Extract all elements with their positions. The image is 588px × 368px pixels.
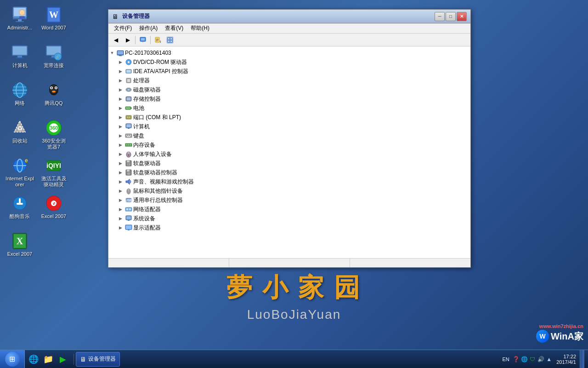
svg-rect-73 bbox=[126, 70, 131, 73]
toolbar-forward[interactable]: ▶ bbox=[122, 35, 133, 45]
tray-volume[interactable]: 🔊 bbox=[537, 356, 544, 363]
tray-help[interactable]: ❓ bbox=[512, 356, 520, 363]
menu-action[interactable]: 操作(A) bbox=[136, 23, 161, 33]
tray-security[interactable]: 🛡 bbox=[529, 356, 536, 363]
keyboard-expander[interactable]: ▶ bbox=[117, 132, 124, 139]
tree-floppy[interactable]: ▶ 软盘驱动器 bbox=[108, 159, 470, 168]
storage-expander[interactable]: ▶ bbox=[117, 95, 124, 103]
start-button[interactable]: ⊞ bbox=[0, 350, 25, 368]
svg-text:K: K bbox=[52, 201, 56, 206]
tree-floppy-ctrl[interactable]: ▶ 软盘驱动器控制器 bbox=[108, 168, 470, 177]
dvd-expander[interactable]: ▶ bbox=[117, 58, 124, 66]
network-icon bbox=[11, 81, 29, 99]
tray-lang[interactable]: EN bbox=[500, 356, 511, 363]
taskbar-device-mgr[interactable]: 🖥 设备管理器 bbox=[76, 352, 120, 367]
system-expander[interactable]: ▶ bbox=[117, 215, 124, 222]
close-button[interactable]: ✕ bbox=[457, 12, 467, 21]
root-expander[interactable]: ▼ bbox=[108, 49, 116, 57]
icon-recycle[interactable]: ♻ 回收站 bbox=[4, 117, 36, 154]
memory-expander[interactable]: ▶ bbox=[117, 141, 124, 149]
tree-battery[interactable]: ▶ 电池 bbox=[108, 104, 470, 113]
icon-word2007[interactable]: W Word 2007 bbox=[38, 4, 70, 40]
tree-storage[interactable]: ▶ 存储控制器 bbox=[108, 94, 470, 104]
svg-rect-79 bbox=[127, 98, 130, 100]
toolbar-properties[interactable]: i bbox=[153, 35, 164, 45]
battery-label: 电池 bbox=[133, 104, 144, 112]
tree-content[interactable]: ▼ PC-201703061403 ▶ DVD/CD-ROM 驱动器 bbox=[108, 46, 470, 258]
network-dev-icon bbox=[125, 206, 132, 213]
cpu-expander[interactable]: ▶ bbox=[117, 77, 124, 84]
toolbar-back[interactable]: ◀ bbox=[110, 35, 121, 45]
icon-admin[interactable]: Administr... bbox=[4, 4, 36, 40]
display-expander[interactable]: ▶ bbox=[117, 224, 124, 231]
toolbar-scan[interactable] bbox=[164, 35, 175, 45]
svg-marker-108 bbox=[126, 179, 130, 184]
tree-root[interactable]: ▼ PC-201703061403 bbox=[108, 48, 470, 58]
audio-expander[interactable]: ▶ bbox=[117, 178, 124, 185]
taskbar-folder-icon[interactable]: 📁 bbox=[41, 352, 55, 366]
pc-expander[interactable]: ▶ bbox=[117, 123, 124, 130]
word-label: Word 2007 bbox=[41, 25, 66, 31]
hid-expander[interactable]: ▶ bbox=[117, 150, 124, 158]
clock-time: 17:22 bbox=[556, 354, 576, 359]
icon-qq[interactable]: 腾讯QQ bbox=[38, 79, 70, 116]
floppy-expander[interactable]: ▶ bbox=[117, 160, 124, 167]
tree-keyboard[interactable]: ▶ 键盘 bbox=[108, 131, 470, 140]
usb-expander[interactable]: ▶ bbox=[117, 196, 124, 204]
svg-rect-121 bbox=[128, 230, 130, 230]
icon-computer[interactable]: 计算机 bbox=[4, 41, 36, 78]
tree-audio[interactable]: ▶ 声音、视频和游戏控制器 bbox=[108, 177, 470, 186]
tray-network-status[interactable]: 🌐 bbox=[520, 356, 528, 363]
svg-rect-117 bbox=[126, 216, 131, 219]
icon-ie[interactable]: e Internet Explorer bbox=[4, 155, 36, 191]
svg-rect-95 bbox=[126, 144, 127, 145]
svg-rect-12 bbox=[17, 56, 22, 58]
mouse-expander[interactable]: ▶ bbox=[117, 187, 124, 195]
taskbar-item-icon: 🖥 bbox=[80, 356, 86, 363]
icon-excel[interactable]: X Excel 2007 bbox=[4, 230, 36, 267]
tree-ide[interactable]: ▶ IDE ATA/ATAPI 控制器 bbox=[108, 67, 470, 76]
menu-view[interactable]: 查看(V) bbox=[161, 23, 187, 33]
floppy-ctrl-icon bbox=[125, 169, 132, 176]
svg-rect-69 bbox=[119, 55, 122, 56]
tray-expand[interactable]: ▲ bbox=[545, 356, 553, 363]
icon-network[interactable]: 网络 bbox=[4, 79, 36, 116]
taskbar-ie-icon[interactable]: 🌐 bbox=[27, 352, 40, 366]
tree-disk[interactable]: ▶ 磁盘驱动器 bbox=[108, 85, 470, 94]
tree-dvd[interactable]: ▶ DVD/CD-ROM 驱动器 bbox=[108, 58, 470, 67]
svg-rect-75 bbox=[127, 79, 130, 82]
icon-iqiyi[interactable]: iQIYI 激活工具及驱动精灵 bbox=[38, 155, 70, 191]
tree-network[interactable]: ▶ 网络适配器 bbox=[108, 205, 470, 214]
icon-360[interactable]: 360 360安全浏览器7 bbox=[38, 117, 70, 154]
battery-expander[interactable]: ▶ bbox=[117, 104, 124, 112]
icon-broadband[interactable]: 🔗 宽带连接 bbox=[38, 41, 70, 78]
taskbar-right: EN ❓ 🌐 🛡 🔊 ▲ 17:22 2017/4/1 bbox=[500, 350, 588, 368]
ide-expander[interactable]: ▶ bbox=[117, 68, 124, 75]
tree-cpu[interactable]: ▶ 处理器 bbox=[108, 76, 470, 85]
tree-display[interactable]: ▶ 显示适配器 bbox=[108, 223, 470, 232]
port-expander[interactable]: ▶ bbox=[117, 114, 124, 121]
floppy-ctrl-expander[interactable]: ▶ bbox=[117, 169, 124, 176]
maximize-button[interactable]: □ bbox=[446, 12, 456, 21]
tree-pc[interactable]: ▶ 计算机 bbox=[108, 122, 470, 131]
menu-help[interactable]: 帮助(H) bbox=[187, 23, 213, 33]
admin-icon bbox=[11, 6, 29, 24]
disk-expander[interactable]: ▶ bbox=[117, 86, 124, 93]
taskbar-media-icon[interactable]: ▶ bbox=[56, 352, 70, 366]
icon-music[interactable]: K Excel 2007 bbox=[38, 192, 70, 229]
menu-file[interactable]: 文件(F) bbox=[110, 23, 136, 33]
tree-mouse[interactable]: ▶ 鼠标和其他指针设备 bbox=[108, 186, 470, 196]
toolbar-sep2 bbox=[150, 36, 151, 44]
tree-memory[interactable]: ▶ 内存设备 bbox=[108, 140, 470, 150]
tree-hid[interactable]: ▶ 人体学输入设备 bbox=[108, 150, 470, 159]
tree-port[interactable]: ▶ 端口 (COM 和 LPT) bbox=[108, 113, 470, 122]
tree-system[interactable]: ▶ 系统设备 bbox=[108, 214, 470, 223]
show-desktop-button[interactable] bbox=[580, 350, 584, 368]
network-expander[interactable]: ▶ bbox=[117, 206, 124, 213]
clock[interactable]: 17:22 2017/4/1 bbox=[554, 354, 578, 365]
toolbar-up[interactable]: ↑ bbox=[137, 35, 148, 45]
svg-rect-106 bbox=[127, 170, 130, 172]
tree-usb[interactable]: ▶ USB 通用串行总线控制器 bbox=[108, 196, 470, 205]
icon-tools[interactable]: 酷狗音乐 bbox=[4, 192, 36, 229]
minimize-button[interactable]: ─ bbox=[435, 12, 445, 21]
